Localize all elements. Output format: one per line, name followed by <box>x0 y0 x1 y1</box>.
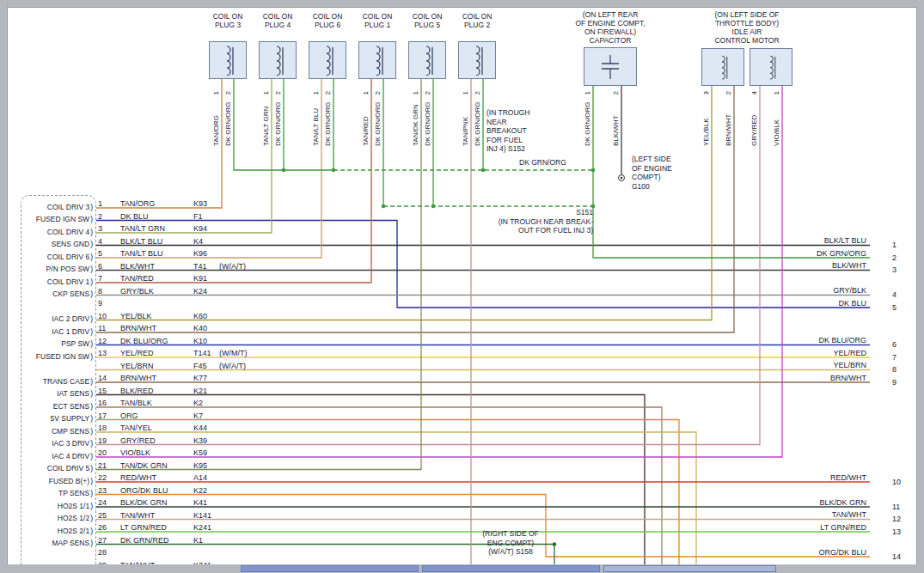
pin-wire-color: DK GRN/ORG <box>324 101 333 146</box>
note-s158: (RIGHT SIDE OF ENG COMPT) (W/A/T) S158 <box>474 529 547 557</box>
wire-color: YEL/BLK <box>120 312 152 320</box>
note-line: FOR FUEL <box>486 136 540 145</box>
pcm-function-label: HO2S 1/2 <box>58 515 89 522</box>
pcm-function-row: ) <box>21 299 93 312</box>
coil-winding-icon <box>315 44 340 76</box>
pin-number: 1 <box>412 91 420 94</box>
pcm-function-row: TP SENS ) <box>21 486 93 499</box>
note-line: OF ENGINE <box>632 164 672 174</box>
exit-wire-color: YEL/RED <box>756 349 866 357</box>
pcm-function-row: FUSED IGN SW ) <box>21 212 93 225</box>
exit-number: 4 <box>892 290 896 299</box>
exit-number: 2 <box>892 253 896 262</box>
iac-title-line: IDLE AIR <box>687 27 807 36</box>
circuit-code: K4 <box>193 237 203 246</box>
pcm-function-row: HO2S 1/2 ) <box>21 511 93 524</box>
pcm-function-row: FUSED IGN SW ) <box>21 349 93 362</box>
capacitor-title-line: CAPACITOR <box>558 36 663 45</box>
pin-bracket: ) <box>90 539 93 547</box>
pin-bracket: ) <box>90 390 93 398</box>
pin-number: 4 <box>750 91 759 94</box>
pin-bracket: ) <box>90 290 93 298</box>
pin-wire-color: BLK/WHT <box>612 115 621 146</box>
wire-row: 20 VIO/BLK K59 <box>96 448 887 461</box>
circuit-code: K96 <box>193 249 207 258</box>
exit-wire-color: BRN/WHT <box>756 374 866 382</box>
coil-pin1-label: TAN/ORG 1 <box>212 91 221 146</box>
pcm-function-label: COIL DRIV 6 <box>47 253 89 261</box>
iac-title-line: (ON LEFT SIDE OF <box>687 10 807 19</box>
wire-color: TAN/WHT <box>120 511 155 520</box>
capacitor-pin2-label: BLK/WHT 2 <box>612 91 621 146</box>
wire-row: 19 GRY/RED K39 <box>96 436 887 449</box>
circuit-code: F1 <box>193 212 203 221</box>
taskbar-segment[interactable] <box>422 565 600 572</box>
exit-number: 5 <box>892 303 896 312</box>
pin-number: 14 <box>98 374 107 382</box>
wire-color: TAN/DK GRN <box>120 461 168 470</box>
pcm-function-label: FUSED IGN SW <box>36 353 89 361</box>
pin-number: 1 <box>462 91 470 94</box>
wire-color: VIO/BLK <box>120 448 150 457</box>
wire-row: 17 ORG K7 <box>96 411 887 424</box>
wire-color: TAN/BLK <box>120 399 152 407</box>
pin-wire-color: TAN/LT GRN <box>262 107 271 146</box>
coil-title-line1: COIL ON <box>309 12 346 21</box>
pcm-function-row: CMP SENS ) <box>21 424 93 436</box>
pin-number: 12 <box>98 337 107 345</box>
taskbar-segment[interactable] <box>603 565 776 572</box>
wire-row: 11 BRN/WHT K40 <box>96 324 887 337</box>
pin-number: 2 <box>424 91 432 94</box>
circuit-code: K241 <box>193 523 211 532</box>
coil-title: COIL ON PLUG 3 <box>209 12 247 34</box>
pin-bracket: ) <box>90 253 93 261</box>
circuit-code: F45 <box>193 362 207 370</box>
pcm-function-row: CKP SENS ) <box>21 287 93 300</box>
exit-wire-color: RED/WHT <box>756 473 866 482</box>
note-line: (LEFT SIDE <box>632 155 672 164</box>
pcm-function-label: COIL DRIV 1 <box>47 278 89 286</box>
coil-on-plug-component: COIL ON PLUG 3 TAN/ORG 1 DK GRN/ORG 2 <box>209 12 247 79</box>
exit-wire-color: BLK/LT BLU <box>756 236 866 245</box>
circuit-code: K10 <box>193 337 207 345</box>
coil-pin2-label: DK GRN/ORG 2 <box>274 91 283 146</box>
wire-color: BRN/WHT <box>120 324 156 332</box>
pin-bracket: ) <box>90 229 93 236</box>
pcm-function-label: CMP SENS <box>52 428 89 436</box>
pcm-function-row: COIL DRIV 6 ) <box>21 249 93 262</box>
capacitor-box <box>584 47 637 86</box>
pin-bracket: ) <box>90 453 93 460</box>
pcm-function-label: COIL DRIV 4 <box>47 229 89 236</box>
pin-number: 18 <box>98 424 107 432</box>
pin-number: 28 <box>98 548 107 557</box>
note-line: BREAKOUT <box>486 126 540 136</box>
pcm-function-label: IAC 4 DRIV <box>52 453 89 460</box>
note-line: COMPT) <box>632 173 672 182</box>
pin-number: 25 <box>98 511 107 520</box>
pin-number: 19 <box>98 436 107 445</box>
coil-winding-icon <box>464 44 490 76</box>
coil-title-line2: PLUG 2 <box>458 21 496 29</box>
exit-number: 3 <box>892 265 896 274</box>
pin-number: 16 <box>98 399 107 407</box>
circuit-code: A14 <box>193 473 207 482</box>
iac-box-left <box>701 48 744 86</box>
pcm-function-row: SENS GND ) <box>21 237 93 250</box>
pin-number: 13 <box>98 349 107 357</box>
pin-number: 5 <box>98 249 102 258</box>
pin-bracket: ) <box>90 415 93 423</box>
pin-number: 1 <box>262 91 271 94</box>
pin-number: 1 <box>212 91 221 94</box>
capacitor-icon <box>593 50 627 84</box>
coil-winding-icon <box>761 51 781 83</box>
pin-number: 2 <box>474 91 482 94</box>
circuit-code: K2 <box>193 399 203 407</box>
wire-color: TAN/YEL <box>120 424 152 432</box>
pin-number: 6 <box>98 262 102 271</box>
circuit-code: K22 <box>193 486 207 495</box>
taskbar-segment[interactable] <box>241 565 419 572</box>
circuit-code: K91 <box>193 274 207 283</box>
pin-bracket: ) <box>90 440 93 448</box>
pcm-function-label: CKP SENS <box>52 290 89 298</box>
pin-number: 27 <box>98 536 107 545</box>
